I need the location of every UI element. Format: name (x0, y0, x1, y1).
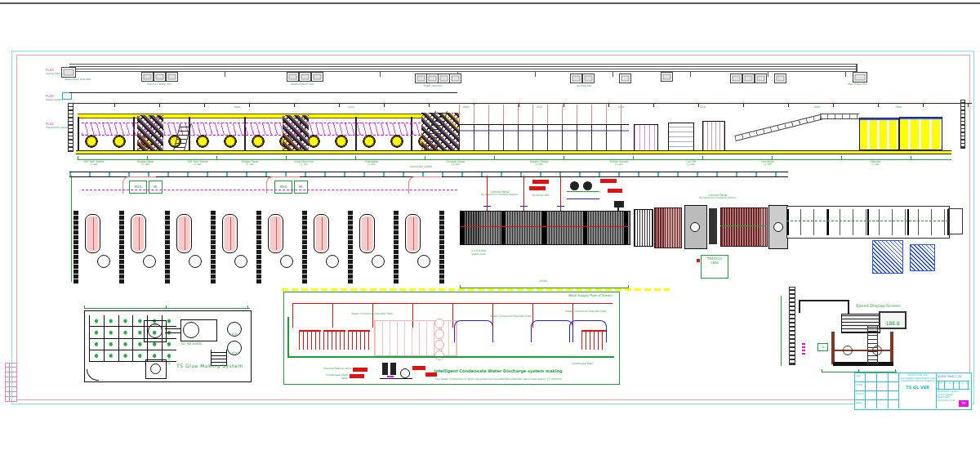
magenta-marks (802, 343, 805, 355)
control-box (287, 72, 299, 82)
transfer-circle (690, 222, 700, 232)
pipe-dim: 1350 (690, 106, 715, 109)
tre-line2: 1850 (702, 261, 728, 265)
splicer-machine (283, 115, 309, 153)
titleblock-row-label: Date (856, 402, 867, 405)
roll-core-circle (326, 255, 339, 268)
top-divider-line (0, 2, 980, 4)
vertical-dim-line (71, 176, 72, 282)
paper-roll-plan (405, 214, 421, 253)
ground-line (76, 150, 951, 154)
frame-beam (831, 350, 893, 351)
red-callout-tag (600, 179, 617, 183)
down-stacker-1 (859, 118, 899, 150)
cad-drawing-canvas: FLA1 Ceiling Device Plan FLA2 Steam Supp… (0, 0, 980, 455)
unit-label-box: MSA (274, 181, 292, 194)
revision-table (5, 363, 17, 402)
valve-tag-label: Pressure Reduce Valve (322, 368, 351, 371)
glue-tank-circle (183, 322, 199, 338)
control-box (426, 74, 439, 83)
slitter-machine (702, 121, 725, 153)
exit-conveyor-plan (786, 206, 950, 239)
machine-qty: (1 set) (119, 163, 172, 167)
boiler-piping (567, 191, 599, 199)
boiler-label: By Boiler 80A (532, 194, 568, 198)
control-box (774, 74, 786, 83)
control-box (299, 72, 311, 82)
paper-roll-plan (314, 214, 329, 253)
storage-circle-label: MCW (231, 351, 238, 355)
glue-system-title: TS Glue Making System (176, 364, 254, 369)
valve-tag-label: Condensate Drain Valve (318, 374, 348, 380)
panel-label: Steam Branch 50A (278, 83, 327, 87)
speed-display-title: Speed Display Screen (856, 304, 913, 309)
machine-qty: (1 set) (224, 163, 276, 167)
radiator-group (348, 330, 370, 350)
glue-dim-line (84, 306, 250, 309)
titleblock-drawing-code: TS GL VER (899, 386, 936, 390)
cutoff-plan (720, 207, 768, 247)
boiler-tank (570, 181, 579, 190)
control-box (61, 67, 76, 78)
titleblock-mid: BJ250-2500-V2B Corrugated Paperboard Lin… (898, 372, 937, 408)
trap-pump-circle (400, 368, 410, 378)
red-callout-tag (350, 374, 364, 378)
control-box (730, 74, 742, 83)
steam-inlet-line2: Steam Inlet (457, 253, 500, 256)
ghost-roll (434, 340, 444, 350)
control-box (141, 72, 154, 82)
machine-qty: (1 set) (278, 163, 330, 167)
machine-label: Cut Off(2 set) (665, 160, 717, 167)
speed-display-value: 188.8 (885, 320, 899, 326)
valve-symbol (483, 203, 491, 207)
paper-roll-plan (176, 214, 192, 253)
paper-roll-plan (359, 214, 375, 253)
red-piping (408, 176, 442, 194)
titleblock-row-label: Check (856, 393, 867, 396)
pump-circle (150, 364, 161, 374)
rotary-shear-plan (634, 209, 653, 247)
machine-label: Conveyor(1 set) (742, 160, 794, 167)
unit-label-box: MSA (129, 181, 147, 194)
control-panel-label: Control Panel By Device to Combine Elect… (469, 190, 531, 197)
titleblock-drawing-number: BJ250-2500-2-10 (938, 375, 970, 378)
machine-qty: (2 set) (172, 163, 224, 167)
control-panel-line2: By Device to Combine Electric (469, 194, 531, 197)
steam-note-main: Intelligent Condensate Water Discharge s… (425, 369, 572, 374)
wall-column-left (68, 103, 74, 152)
paper-roll-circles (78, 131, 425, 152)
rail-plan-label: Ceiling Rail 22000 (384, 166, 457, 169)
steam-source-box (62, 92, 72, 100)
condensate-loop (454, 320, 493, 342)
titleblock-mid-row: Equipment Layout Drawing (899, 380, 936, 383)
roll-core-circle (189, 255, 202, 268)
machine-qty: (2 set) (849, 163, 902, 167)
steam-trap-tank (382, 363, 388, 375)
knife-machine (634, 124, 658, 153)
control-box (415, 74, 427, 83)
slitter-plan (654, 207, 682, 248)
magenta-connector (82, 190, 457, 190)
valve-symbol (520, 203, 528, 207)
machine-wheel (843, 346, 853, 355)
control-box (449, 74, 461, 83)
steam-drop-pipes (459, 105, 629, 126)
machine-ghost-outline (374, 320, 457, 356)
machine-qty: (1 set) (513, 163, 565, 167)
divider-unit (709, 208, 717, 244)
red-callout-tag (412, 366, 425, 370)
machine-qty: (2 set) (593, 163, 645, 167)
company-logo-text: TS (962, 401, 966, 405)
pallet-block (872, 240, 903, 274)
ghost-roll (434, 319, 444, 328)
paper-roll-plan (222, 214, 238, 253)
machine-label: Rotary Shear(1 set) (513, 160, 565, 167)
overhead-pipe-drop (799, 300, 800, 313)
titleblock-row-label: Des. (856, 375, 867, 378)
roll-core-circle (143, 255, 156, 268)
unit-label-box: ML (149, 181, 163, 194)
mixer-circle (148, 323, 163, 338)
steam-note-sub: Four Steam Connection of Work Use produc… (412, 378, 584, 381)
yellow-highlight-line (282, 288, 670, 291)
panel-label: Air Pipe 40A (559, 85, 608, 88)
